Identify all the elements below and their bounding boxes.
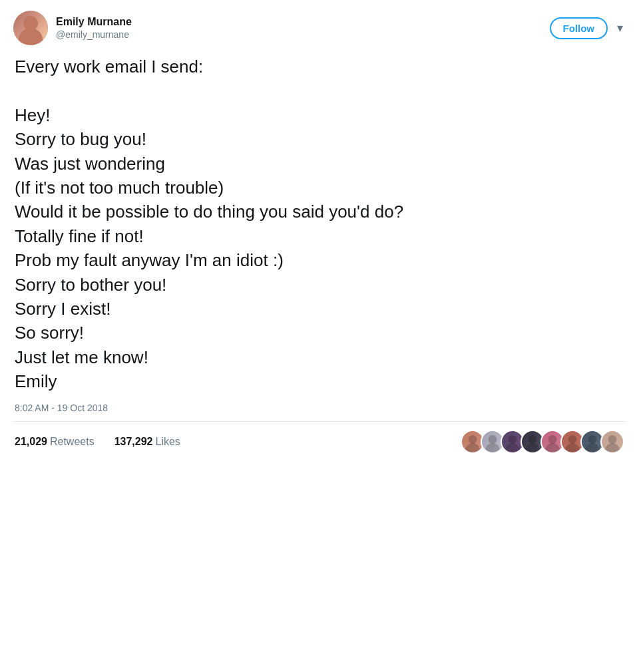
tweet-line-8: Sorry to bother you! [15,275,166,295]
tweet-container: Emily Murnane @emily_murnane Follow ▾ Ev… [0,0,639,462]
tweet-header: Emily Murnane @emily_murnane Follow ▾ [13,11,626,45]
liker-avatar-1 [461,430,485,454]
liker-avatar-6 [560,430,584,454]
user-info: Emily Murnane @emily_murnane [56,15,132,41]
tweet-line-12: Emily [15,371,57,391]
avatar[interactable] [13,11,48,45]
tweet-line-4: (If it's not too much trouble) [15,178,224,198]
tweet-line-1: Hey! [15,105,50,125]
tweet-line-9: Sorry I exist! [15,299,110,319]
retweets-stats: 21,029 Retweets [15,436,95,448]
tweet-line-3: Was just wondering [15,154,165,174]
tweet-timestamp: 8:02 AM - 19 Oct 2018 [13,403,626,413]
likes-label: Likes [155,436,180,448]
chevron-down-icon[interactable]: ▾ [614,18,626,38]
tweet-header-left: Emily Murnane @emily_murnane [13,11,132,45]
tweet-line-6: Totally fine if not! [15,226,144,246]
likes-stats: 137,292 Likes [114,436,180,448]
liker-avatar-7 [580,430,604,454]
tweet-line-10: So sorry! [15,323,84,343]
tweet-line-7: Prob my fault anyway I'm an idiot :) [15,250,284,270]
likers-avatars [461,430,624,454]
likes-count: 137,292 [114,436,153,448]
retweets-label: Retweets [50,436,95,448]
tweet-footer: 21,029 Retweets 137,292 Likes [13,421,626,462]
retweets-count: 21,029 [15,436,47,448]
tweet-line-5: Would it be possible to do thing you sai… [15,202,403,222]
tweet-body: Every work email I send: Hey! Sorry to b… [13,55,626,393]
tweet-header-right: Follow ▾ [550,17,626,39]
liker-avatar-3 [501,430,525,454]
tweet-line-11: Just let me know! [15,347,148,367]
tweet-intro: Every work email I send: [15,57,203,77]
display-name: Emily Murnane [56,15,132,29]
username: @emily_murnane [56,29,132,41]
liker-avatar-8 [600,430,624,454]
liker-avatar-5 [540,430,564,454]
follow-button[interactable]: Follow [550,17,608,39]
tweet-line-2: Sorry to bug you! [15,129,146,149]
liker-avatar-2 [481,430,505,454]
liker-avatar-4 [521,430,544,454]
